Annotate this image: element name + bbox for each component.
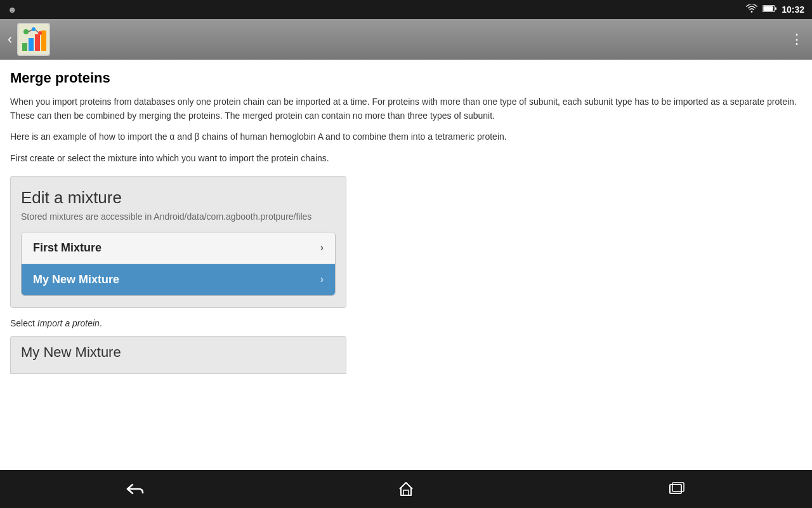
main-content: Merge proteins When you import proteins …: [0, 60, 812, 470]
page-title: Merge proteins: [10, 70, 802, 86]
status-bar-right: 10:32: [746, 4, 804, 15]
svg-rect-13: [403, 490, 409, 495]
nav-back-button[interactable]: [110, 475, 160, 503]
chevron-right-icon-2: ›: [320, 274, 324, 285]
description-paragraph-2: Here is an example of how to import the …: [10, 130, 802, 144]
back-button[interactable]: ‹: [8, 31, 12, 48]
mixture-list: First Mixture › My New Mixture ›: [21, 232, 336, 296]
mixture-item-first-label: First Mixture: [33, 241, 102, 255]
wifi-icon: [746, 4, 757, 15]
svg-point-10: [38, 31, 42, 35]
select-text-prefix: Select: [10, 318, 37, 328]
app-bar: ‹ ⋮: [0, 19, 812, 60]
mixture-item-new[interactable]: My New Mixture ›: [22, 264, 335, 295]
svg-line-11: [29, 30, 32, 32]
svg-rect-4: [22, 43, 27, 51]
chevron-right-icon-1: ›: [320, 242, 324, 253]
nav-recents-button[interactable]: [652, 475, 702, 503]
mixture-item-first[interactable]: First Mixture ›: [22, 232, 335, 264]
android-icon: ☻: [8, 4, 17, 15]
svg-rect-14: [670, 485, 681, 493]
app-bar-left: ‹: [8, 23, 50, 56]
description-paragraph-1: When you import proteins from databases …: [10, 95, 802, 123]
svg-point-9: [32, 27, 36, 31]
svg-line-12: [36, 30, 38, 32]
screenshot-edit-mixture: Edit a mixture Stored mixtures are acces…: [10, 176, 346, 308]
status-bar-left: ☻: [8, 4, 17, 15]
bottom-nav: [0, 470, 812, 508]
battery-icon: [763, 4, 776, 15]
select-text-suffix: .: [100, 318, 102, 328]
svg-point-8: [23, 29, 29, 34]
select-instruction: Select Import a protein.: [10, 318, 802, 328]
nav-home-button[interactable]: [381, 475, 431, 503]
svg-rect-6: [35, 34, 40, 51]
svg-rect-3: [763, 6, 773, 11]
status-bar: ☻ 10:32: [0, 0, 812, 19]
svg-rect-7: [41, 30, 46, 51]
screenshot-title: Edit a mixture: [21, 188, 336, 208]
screenshot-partial: My New Mixture: [10, 336, 346, 374]
svg-point-0: [751, 11, 753, 13]
mixture-item-new-label: My New Mixture: [33, 273, 119, 286]
instruction-text: First create or select the mixture into …: [10, 152, 802, 166]
select-text-italic: Import a protein: [37, 318, 100, 328]
menu-button[interactable]: ⋮: [790, 31, 804, 48]
svg-rect-2: [775, 7, 777, 10]
screenshot-subtitle: Stored mixtures are accessible in Androi…: [21, 211, 336, 222]
svg-rect-5: [29, 38, 34, 51]
partial-title: My New Mixture: [21, 344, 336, 361]
time-display: 10:32: [782, 4, 804, 15]
app-icon[interactable]: [17, 23, 50, 56]
